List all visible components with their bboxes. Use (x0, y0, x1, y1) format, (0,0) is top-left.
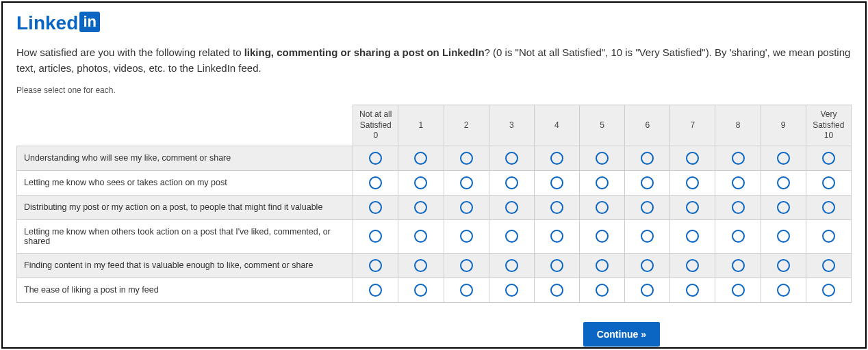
radio-icon[interactable] (414, 284, 427, 297)
radio-icon[interactable] (686, 230, 699, 243)
radio-icon[interactable] (596, 259, 609, 272)
radio-cell[interactable] (761, 170, 806, 195)
radio-cell[interactable] (489, 170, 534, 195)
radio-icon[interactable] (414, 201, 427, 214)
radio-icon[interactable] (732, 259, 745, 272)
radio-icon[interactable] (505, 152, 518, 165)
radio-cell[interactable] (489, 195, 534, 219)
radio-cell[interactable] (534, 146, 579, 170)
radio-icon[interactable] (596, 284, 609, 297)
radio-icon[interactable] (596, 201, 609, 214)
radio-icon[interactable] (369, 284, 382, 297)
radio-icon[interactable] (505, 176, 518, 189)
radio-cell[interactable] (670, 146, 715, 170)
radio-icon[interactable] (777, 284, 790, 297)
radio-icon[interactable] (369, 152, 382, 165)
radio-icon[interactable] (777, 259, 790, 272)
radio-cell[interactable] (806, 146, 851, 170)
radio-icon[interactable] (505, 284, 518, 297)
radio-cell[interactable] (806, 195, 851, 219)
radio-cell[interactable] (761, 278, 806, 302)
radio-icon[interactable] (686, 201, 699, 214)
radio-icon[interactable] (460, 152, 473, 165)
radio-cell[interactable] (398, 219, 444, 253)
radio-cell[interactable] (353, 278, 398, 302)
radio-cell[interactable] (579, 219, 624, 253)
radio-cell[interactable] (579, 170, 624, 195)
radio-icon[interactable] (550, 176, 563, 189)
radio-icon[interactable] (822, 259, 835, 272)
radio-icon[interactable] (686, 284, 699, 297)
radio-cell[interactable] (444, 146, 489, 170)
radio-cell[interactable] (444, 195, 489, 219)
radio-cell[interactable] (398, 253, 444, 278)
radio-icon[interactable] (596, 230, 609, 243)
radio-cell[interactable] (625, 253, 670, 278)
radio-cell[interactable] (489, 278, 534, 302)
radio-icon[interactable] (460, 284, 473, 297)
radio-icon[interactable] (460, 176, 473, 189)
radio-cell[interactable] (625, 219, 670, 253)
radio-cell[interactable] (534, 253, 579, 278)
radio-cell[interactable] (579, 146, 624, 170)
radio-cell[interactable] (579, 195, 624, 219)
radio-cell[interactable] (761, 253, 806, 278)
radio-cell[interactable] (534, 195, 579, 219)
radio-icon[interactable] (550, 259, 563, 272)
radio-cell[interactable] (353, 170, 398, 195)
radio-icon[interactable] (505, 259, 518, 272)
radio-icon[interactable] (369, 259, 382, 272)
radio-icon[interactable] (641, 259, 654, 272)
radio-icon[interactable] (777, 230, 790, 243)
radio-cell[interactable] (353, 219, 398, 253)
radio-icon[interactable] (414, 259, 427, 272)
radio-icon[interactable] (369, 176, 382, 189)
radio-cell[interactable] (489, 219, 534, 253)
radio-icon[interactable] (822, 201, 835, 214)
radio-cell[interactable] (670, 195, 715, 219)
radio-cell[interactable] (715, 195, 761, 219)
radio-icon[interactable] (777, 176, 790, 189)
radio-cell[interactable] (444, 253, 489, 278)
radio-icon[interactable] (414, 152, 427, 165)
radio-cell[interactable] (398, 195, 444, 219)
radio-icon[interactable] (641, 201, 654, 214)
radio-cell[interactable] (353, 195, 398, 219)
radio-cell[interactable] (806, 219, 851, 253)
radio-icon[interactable] (732, 201, 745, 214)
radio-cell[interactable] (625, 195, 670, 219)
radio-icon[interactable] (550, 201, 563, 214)
radio-icon[interactable] (732, 284, 745, 297)
radio-cell[interactable] (806, 170, 851, 195)
radio-cell[interactable] (625, 278, 670, 302)
radio-cell[interactable] (353, 253, 398, 278)
radio-cell[interactable] (489, 253, 534, 278)
radio-icon[interactable] (505, 201, 518, 214)
radio-icon[interactable] (686, 176, 699, 189)
radio-cell[interactable] (489, 146, 534, 170)
radio-cell[interactable] (715, 146, 761, 170)
radio-cell[interactable] (444, 278, 489, 302)
radio-icon[interactable] (641, 230, 654, 243)
radio-icon[interactable] (777, 201, 790, 214)
radio-cell[interactable] (534, 219, 579, 253)
radio-cell[interactable] (579, 253, 624, 278)
radio-icon[interactable] (460, 259, 473, 272)
radio-cell[interactable] (806, 253, 851, 278)
radio-icon[interactable] (550, 284, 563, 297)
radio-icon[interactable] (777, 152, 790, 165)
radio-icon[interactable] (732, 176, 745, 189)
radio-cell[interactable] (715, 170, 761, 195)
radio-icon[interactable] (460, 230, 473, 243)
radio-cell[interactable] (715, 253, 761, 278)
radio-icon[interactable] (686, 259, 699, 272)
radio-cell[interactable] (715, 278, 761, 302)
radio-icon[interactable] (596, 152, 609, 165)
radio-cell[interactable] (398, 170, 444, 195)
radio-cell[interactable] (761, 219, 806, 253)
radio-icon[interactable] (596, 176, 609, 189)
radio-icon[interactable] (732, 152, 745, 165)
radio-cell[interactable] (398, 278, 444, 302)
radio-icon[interactable] (822, 176, 835, 189)
radio-cell[interactable] (761, 195, 806, 219)
